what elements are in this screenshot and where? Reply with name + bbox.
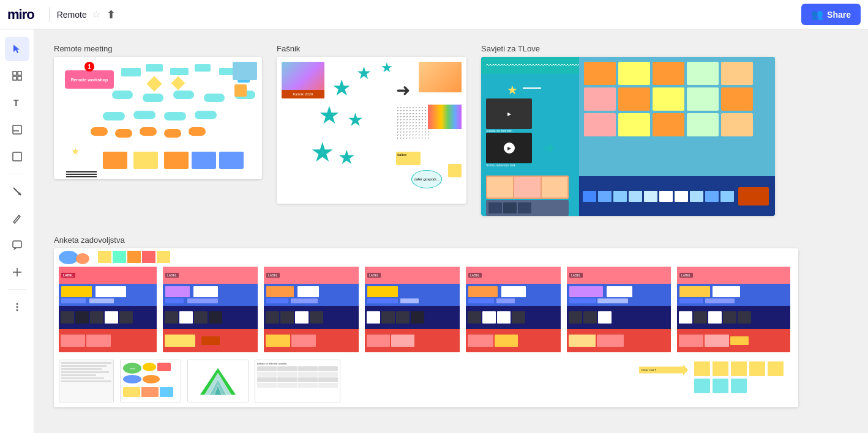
canvas-area[interactable]: Remote meeting Remote workshop 1 xyxy=(34,29,868,433)
survey-segment-6: LABEL xyxy=(567,267,671,352)
star-icon: ★ xyxy=(71,146,80,157)
image-placeholder xyxy=(233,62,257,80)
star-icon: ★ xyxy=(338,146,356,169)
header-divider xyxy=(49,7,50,22)
line-tool[interactable] xyxy=(5,179,29,204)
export-icon[interactable]: ⬆ xyxy=(107,8,116,21)
sticky-note xyxy=(170,68,189,75)
frame-thumb-savjeti[interactable]: 〰〰〰〰〰〰〰〰〰〰〰 badge ★ ▶ xyxy=(481,57,775,216)
svg-text:T: T xyxy=(13,98,19,108)
striped-bar xyxy=(66,171,97,177)
sticky-node xyxy=(140,127,157,136)
star-icon: ★ xyxy=(347,109,364,130)
survey-segment-5: LABEL xyxy=(466,267,561,352)
shape-tool[interactable] xyxy=(5,144,29,169)
sticky-node xyxy=(173,91,194,99)
mascot-image xyxy=(738,187,769,205)
svg-line-11 xyxy=(18,215,19,216)
speech-bubble: zafer gospodi... xyxy=(411,170,442,188)
frame-label-remote-meeting: Remote meeting xyxy=(54,44,262,53)
pen-tool[interactable] xyxy=(5,206,29,231)
frame-thumb-remote-meeting[interactable]: Remote workshop 1 xyxy=(54,57,262,179)
star-icon: ★ xyxy=(332,75,351,101)
yellow-arrow: timer call 5 xyxy=(639,365,688,376)
right-stickies xyxy=(694,361,792,393)
diamond-shape xyxy=(146,76,162,91)
video-thumb: ▶ xyxy=(486,133,532,163)
sticky-note xyxy=(164,152,189,169)
right-panel xyxy=(579,57,775,216)
cross-tool[interactable] xyxy=(5,260,29,284)
sticky-note xyxy=(234,84,247,97)
bottom-blue-panel xyxy=(579,176,775,216)
svg-rect-4 xyxy=(18,76,21,80)
comment-tool[interactable] xyxy=(5,233,29,257)
arrow-line xyxy=(523,87,541,89)
survey-segment-1: LABEL xyxy=(59,267,157,352)
sticky-node xyxy=(133,111,155,119)
sticky-note xyxy=(103,152,127,169)
svg-marker-0 xyxy=(13,45,20,53)
share-button[interactable]: 👥 Share xyxy=(801,4,861,25)
sticky-note xyxy=(448,164,462,177)
video-caption: Svima zadovoljni lank xyxy=(486,163,532,167)
pencils-image xyxy=(428,105,462,129)
star-icon: ★ xyxy=(381,60,393,76)
star-icon: ★ xyxy=(356,63,372,83)
svg-rect-6 xyxy=(13,125,21,134)
favorite-star-icon[interactable]: ☆ xyxy=(92,9,100,20)
sticky-node xyxy=(164,112,186,120)
ank-logo xyxy=(59,251,95,265)
bottom-dark-panel xyxy=(486,200,569,216)
frame-label-fasnik: Fašnik xyxy=(277,44,466,53)
star-icon: ★ xyxy=(507,83,518,97)
top-sticky-cluster xyxy=(98,251,208,264)
small-diagram-2: mind xyxy=(120,360,181,402)
sticky-note xyxy=(133,152,158,169)
frame-block-anketa: Anketa zadovoljstva xyxy=(54,235,848,407)
survey-segment-7: LABEL xyxy=(677,267,790,352)
frames-tool[interactable] xyxy=(5,64,29,88)
sticky-node xyxy=(164,129,181,138)
text-tool[interactable]: T xyxy=(5,91,29,115)
sticky-node xyxy=(103,112,125,120)
sticky-note xyxy=(121,68,141,76)
dot-pattern xyxy=(396,106,430,139)
header: miro Remote ☆ ⬆ 👥 Share xyxy=(0,0,868,29)
frames-area: Remote meeting Remote workshop 1 xyxy=(54,44,848,407)
frame-block-remote-meeting: Remote meeting Remote workshop 1 xyxy=(54,44,262,179)
sticky-grid xyxy=(584,62,753,136)
video-thumb: ▶ xyxy=(486,98,532,129)
carnival-image: Fašnik 2020 xyxy=(282,62,324,98)
arrow-icon: ➜ xyxy=(542,139,555,157)
frame-block-savjeti: Savjeti za TLove 〰〰〰〰〰〰〰〰〰〰〰 badge ★ xyxy=(481,44,775,216)
svg-rect-1 xyxy=(13,72,17,75)
survey-segment-2: LABEL xyxy=(163,267,258,352)
survey-segment-3: LABEL xyxy=(264,267,359,352)
top-frames-row: Remote meeting Remote workshop 1 xyxy=(54,44,848,216)
video-caption: Anketa za dobrobit... xyxy=(486,129,532,133)
sticky-node xyxy=(195,111,217,119)
sticky-node xyxy=(112,91,133,99)
left-toolbar: T xyxy=(0,29,34,433)
svg-point-17 xyxy=(16,306,18,308)
frame-label-anketa: Anketa zadovoljstva xyxy=(54,235,848,245)
star-icon: ★ xyxy=(310,136,334,168)
sticky-node xyxy=(115,129,132,138)
miro-logo: miro xyxy=(7,7,34,23)
more-tools[interactable] xyxy=(5,295,29,319)
sticky-note-tool[interactable] xyxy=(5,117,29,142)
frame-thumb-anketa[interactable]: LABEL xyxy=(54,248,798,407)
toolbar-separator-2 xyxy=(8,289,26,290)
svg-rect-3 xyxy=(13,76,17,80)
small-pyramid xyxy=(187,360,249,402)
sticky-note xyxy=(195,64,211,72)
sticky-node xyxy=(189,127,206,136)
star-icon: ★ xyxy=(318,101,340,129)
toolbar-separator xyxy=(8,174,26,174)
sticky-note xyxy=(146,64,163,72)
select-tool[interactable] xyxy=(5,37,29,61)
notification-badge: 1 xyxy=(84,62,94,72)
frame-thumb-fasnik[interactable]: Fašnik 2020 ★ ★ ★ ★ ★ ★ ★ ➜ xyxy=(277,57,466,204)
share-icon: 👥 xyxy=(811,9,823,20)
